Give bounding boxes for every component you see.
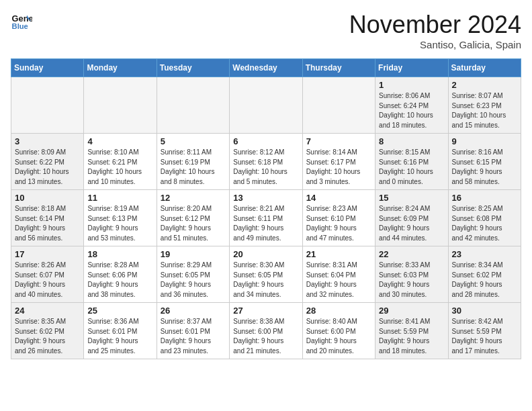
cell-info: Sunrise: 8:31 AM Sunset: 6:04 PM Dayligh… (306, 261, 371, 300)
cell-info: Sunrise: 8:06 AM Sunset: 6:24 PM Dayligh… (379, 91, 444, 130)
calendar-cell: 26Sunrise: 8:37 AM Sunset: 6:01 PM Dayli… (157, 303, 229, 359)
day-number: 30 (452, 306, 517, 316)
cell-info: Sunrise: 8:29 AM Sunset: 6:05 PM Dayligh… (161, 261, 226, 300)
month-title: November 2024 (349, 11, 521, 39)
day-number: 19 (161, 249, 226, 259)
day-number: 5 (161, 136, 226, 146)
calendar-cell: 21Sunrise: 8:31 AM Sunset: 6:04 PM Dayli… (302, 246, 375, 303)
logo: General Blue (11, 11, 32, 32)
cell-info: Sunrise: 8:10 AM Sunset: 6:21 PM Dayligh… (87, 148, 152, 187)
day-number: 6 (233, 136, 298, 146)
day-header-saturday: Saturday (448, 59, 521, 77)
cell-info: Sunrise: 8:30 AM Sunset: 6:05 PM Dayligh… (233, 261, 298, 300)
calendar-cell: 14Sunrise: 8:23 AM Sunset: 6:10 PM Dayli… (302, 190, 375, 246)
calendar-cell: 19Sunrise: 8:29 AM Sunset: 6:05 PM Dayli… (157, 246, 229, 303)
cell-info: Sunrise: 8:26 AM Sunset: 6:07 PM Dayligh… (15, 261, 80, 300)
logo-icon: General Blue (11, 11, 32, 32)
day-number: 10 (15, 193, 80, 203)
day-number: 4 (87, 136, 152, 146)
cell-info: Sunrise: 8:19 AM Sunset: 6:13 PM Dayligh… (87, 204, 152, 243)
calendar-week-1: 1Sunrise: 8:06 AM Sunset: 6:24 PM Daylig… (11, 77, 521, 134)
cell-info: Sunrise: 8:42 AM Sunset: 5:59 PM Dayligh… (452, 317, 517, 356)
calendar-cell: 15Sunrise: 8:24 AM Sunset: 6:09 PM Dayli… (375, 190, 448, 246)
cell-info: Sunrise: 8:14 AM Sunset: 6:17 PM Dayligh… (306, 148, 371, 187)
svg-text:Blue: Blue (12, 22, 28, 30)
day-number: 1 (379, 80, 444, 90)
calendar-week-5: 24Sunrise: 8:35 AM Sunset: 6:02 PM Dayli… (11, 303, 521, 359)
calendar-cell: 17Sunrise: 8:26 AM Sunset: 6:07 PM Dayli… (11, 246, 84, 303)
day-number: 14 (306, 193, 371, 203)
calendar-cell: 16Sunrise: 8:25 AM Sunset: 6:08 PM Dayli… (448, 190, 521, 246)
calendar-cell: 11Sunrise: 8:19 AM Sunset: 6:13 PM Dayli… (84, 190, 157, 246)
calendar-cell: 6Sunrise: 8:12 AM Sunset: 6:18 PM Daylig… (230, 134, 302, 190)
calendar-cell: 18Sunrise: 8:28 AM Sunset: 6:06 PM Dayli… (84, 246, 157, 303)
calendar-cell: 28Sunrise: 8:40 AM Sunset: 6:00 PM Dayli… (302, 303, 375, 359)
calendar-cell: 24Sunrise: 8:35 AM Sunset: 6:02 PM Dayli… (11, 303, 84, 359)
cell-info: Sunrise: 8:09 AM Sunset: 6:22 PM Dayligh… (15, 148, 80, 187)
day-header-sunday: Sunday (11, 59, 84, 77)
day-number: 25 (87, 306, 152, 316)
cell-info: Sunrise: 8:33 AM Sunset: 6:03 PM Dayligh… (379, 261, 444, 300)
cell-info: Sunrise: 8:25 AM Sunset: 6:08 PM Dayligh… (452, 204, 517, 243)
day-number: 11 (87, 193, 152, 203)
day-number: 29 (379, 306, 444, 316)
calendar-week-2: 3Sunrise: 8:09 AM Sunset: 6:22 PM Daylig… (11, 134, 521, 190)
calendar-table: SundayMondayTuesdayWednesdayThursdayFrid… (11, 58, 521, 359)
calendar-cell: 7Sunrise: 8:14 AM Sunset: 6:17 PM Daylig… (302, 134, 375, 190)
cell-info: Sunrise: 8:40 AM Sunset: 6:00 PM Dayligh… (306, 317, 371, 356)
cell-info: Sunrise: 8:07 AM Sunset: 6:23 PM Dayligh… (452, 91, 517, 130)
calendar-cell: 13Sunrise: 8:21 AM Sunset: 6:11 PM Dayli… (230, 190, 302, 246)
cell-info: Sunrise: 8:35 AM Sunset: 6:02 PM Dayligh… (15, 317, 80, 356)
day-number: 7 (306, 136, 371, 146)
title-block: November 2024 Santiso, Galicia, Spain (349, 11, 521, 50)
day-number: 18 (87, 249, 152, 259)
calendar-cell (84, 77, 157, 134)
calendar-cell (302, 77, 375, 134)
calendar-cell (11, 77, 84, 134)
cell-info: Sunrise: 8:18 AM Sunset: 6:14 PM Dayligh… (15, 204, 80, 243)
cell-info: Sunrise: 8:21 AM Sunset: 6:11 PM Dayligh… (233, 204, 298, 243)
day-number: 2 (452, 80, 517, 90)
calendar-cell: 27Sunrise: 8:38 AM Sunset: 6:00 PM Dayli… (230, 303, 302, 359)
day-number: 8 (379, 136, 444, 146)
day-number: 21 (306, 249, 371, 259)
day-header-thursday: Thursday (302, 59, 375, 77)
calendar-cell: 12Sunrise: 8:20 AM Sunset: 6:12 PM Dayli… (157, 190, 229, 246)
location: Santiso, Galicia, Spain (349, 39, 521, 50)
cell-info: Sunrise: 8:11 AM Sunset: 6:19 PM Dayligh… (161, 148, 226, 187)
day-number: 28 (306, 306, 371, 316)
day-header-tuesday: Tuesday (157, 59, 229, 77)
calendar-cell: 2Sunrise: 8:07 AM Sunset: 6:23 PM Daylig… (448, 77, 521, 134)
cell-info: Sunrise: 8:23 AM Sunset: 6:10 PM Dayligh… (306, 204, 371, 243)
cell-info: Sunrise: 8:24 AM Sunset: 6:09 PM Dayligh… (379, 204, 444, 243)
calendar-cell (230, 77, 302, 134)
calendar-week-3: 10Sunrise: 8:18 AM Sunset: 6:14 PM Dayli… (11, 190, 521, 246)
day-number: 15 (379, 193, 444, 203)
cell-info: Sunrise: 8:28 AM Sunset: 6:06 PM Dayligh… (87, 261, 152, 300)
calendar-header-row: SundayMondayTuesdayWednesdayThursdayFrid… (11, 59, 521, 77)
day-number: 20 (233, 249, 298, 259)
calendar-cell: 10Sunrise: 8:18 AM Sunset: 6:14 PM Dayli… (11, 190, 84, 246)
day-number: 3 (15, 136, 80, 146)
cell-info: Sunrise: 8:12 AM Sunset: 6:18 PM Dayligh… (233, 148, 298, 187)
day-number: 12 (161, 193, 226, 203)
header: General Blue November 2024 Santiso, Gali… (11, 11, 521, 50)
cell-info: Sunrise: 8:20 AM Sunset: 6:12 PM Dayligh… (161, 204, 226, 243)
cell-info: Sunrise: 8:36 AM Sunset: 6:01 PM Dayligh… (87, 317, 152, 356)
calendar-cell: 8Sunrise: 8:15 AM Sunset: 6:16 PM Daylig… (375, 134, 448, 190)
calendar-cell: 23Sunrise: 8:34 AM Sunset: 6:02 PM Dayli… (448, 246, 521, 303)
day-number: 9 (452, 136, 517, 146)
calendar-cell: 20Sunrise: 8:30 AM Sunset: 6:05 PM Dayli… (230, 246, 302, 303)
calendar-cell: 4Sunrise: 8:10 AM Sunset: 6:21 PM Daylig… (84, 134, 157, 190)
cell-info: Sunrise: 8:34 AM Sunset: 6:02 PM Dayligh… (452, 261, 517, 300)
cell-info: Sunrise: 8:38 AM Sunset: 6:00 PM Dayligh… (233, 317, 298, 356)
day-number: 24 (15, 306, 80, 316)
calendar-cell: 5Sunrise: 8:11 AM Sunset: 6:19 PM Daylig… (157, 134, 229, 190)
calendar-cell (157, 77, 229, 134)
day-number: 26 (161, 306, 226, 316)
calendar-cell: 29Sunrise: 8:41 AM Sunset: 5:59 PM Dayli… (375, 303, 448, 359)
day-header-friday: Friday (375, 59, 448, 77)
day-number: 13 (233, 193, 298, 203)
calendar-cell: 30Sunrise: 8:42 AM Sunset: 5:59 PM Dayli… (448, 303, 521, 359)
day-number: 22 (379, 249, 444, 259)
